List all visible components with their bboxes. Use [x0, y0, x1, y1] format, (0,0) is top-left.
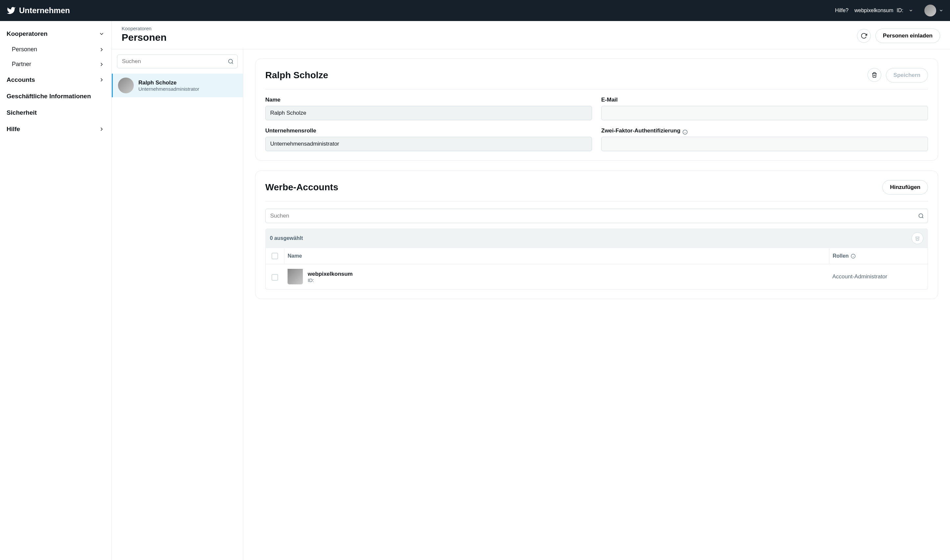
avatar	[924, 5, 936, 17]
save-button[interactable]: Speichern	[886, 68, 928, 83]
role-input[interactable]	[265, 137, 592, 151]
people-list-column: Ralph Scholze Unternehmensadministrator	[112, 49, 243, 560]
svg-point-0	[228, 59, 232, 63]
refresh-button[interactable]	[857, 29, 871, 43]
name-label: Name	[265, 97, 592, 103]
trash-icon	[915, 235, 920, 241]
search-icon	[228, 58, 234, 65]
td-roles: Account-Administrator	[829, 274, 928, 280]
sidebar-item-label: Accounts	[6, 76, 35, 83]
field-role: Unternehmensrolle	[265, 128, 592, 151]
app-header: Unternehmen Hilfe? webpixelkonsum ID:	[0, 0, 950, 21]
accounts-search-wrap	[265, 209, 928, 223]
breadcrumb: Kooperatoren	[122, 26, 167, 31]
card-header: Werbe-Accounts Hinzufügen	[265, 180, 928, 202]
sidebar-item-security[interactable]: Sicherheit	[0, 105, 111, 121]
sidebar-item-business-info[interactable]: Geschäftliche Informationen	[0, 88, 111, 105]
td-checkbox	[266, 273, 284, 281]
brand-title: Unternehmen	[19, 6, 70, 15]
th-roles-label: Rollen	[833, 253, 849, 259]
role-label: Unternehmensrolle	[265, 128, 592, 134]
refresh-icon	[861, 32, 867, 39]
name-input[interactable]	[265, 106, 592, 120]
twofa-label: Zwei-Faktor-Authentifizierung	[601, 128, 681, 134]
table-header: Name Rollen	[266, 248, 928, 264]
account-id-label: ID:	[308, 277, 353, 283]
layout: Kooperatoren Personen Partner Accounts G…	[0, 21, 950, 560]
account-selector[interactable]: webpixelkonsum ID:	[855, 8, 913, 14]
chevron-right-icon	[98, 61, 105, 68]
ad-accounts-title: Werbe-Accounts	[265, 182, 338, 192]
select-all-checkbox[interactable]	[271, 253, 278, 259]
chevron-right-icon	[98, 46, 105, 53]
avatar	[287, 269, 303, 285]
add-account-button[interactable]: Hinzufügen	[882, 180, 928, 195]
account-name: webpixelkonsum	[855, 8, 893, 14]
td-name: webpixelkonsum ID:	[284, 269, 829, 285]
chevron-right-icon	[98, 77, 105, 83]
field-email: E-Mail	[601, 97, 928, 120]
accounts-table: Name Rollen	[265, 248, 928, 289]
page-header-titles: Kooperatoren Personen	[122, 26, 167, 43]
sidebar-item-label: Hilfe	[6, 126, 20, 133]
person-list-item[interactable]: Ralph Scholze Unternehmensadministrator	[112, 74, 243, 97]
twitter-logo-icon	[6, 6, 16, 15]
field-name: Name	[265, 97, 592, 120]
trash-icon	[871, 72, 878, 78]
sidebar-item-label: Kooperatoren	[6, 30, 48, 37]
account-info: webpixelkonsum ID:	[308, 271, 353, 283]
sidebar-subitem-partner[interactable]: Partner	[0, 57, 111, 72]
people-search-input[interactable]	[117, 55, 238, 68]
chevron-down-icon	[98, 31, 105, 37]
ad-accounts-card: Werbe-Accounts Hinzufügen 0 ausgewählt	[255, 171, 938, 299]
row-checkbox[interactable]	[271, 274, 278, 281]
sidebar-item-accounts[interactable]: Accounts	[0, 72, 111, 88]
svg-line-6	[922, 217, 923, 218]
chevron-down-icon	[908, 8, 913, 13]
form-grid: Name E-Mail Unternehmensrolle	[265, 97, 928, 151]
field-twofa: Zwei-Faktor-Authentifizierung	[601, 128, 928, 151]
info-icon[interactable]	[851, 254, 856, 258]
selection-bar: 0 ausgewählt	[265, 228, 928, 248]
sidebar-item-label: Sicherheit	[6, 109, 37, 116]
chevron-right-icon	[98, 126, 105, 132]
accounts-search-input[interactable]	[265, 209, 928, 223]
account-id-label: ID:	[897, 8, 903, 14]
brand-area: Unternehmen	[6, 6, 70, 15]
th-roles: Rollen	[829, 248, 928, 263]
card-actions: Hinzufügen	[882, 180, 928, 195]
card-actions: Speichern	[867, 68, 928, 83]
delete-selected-button[interactable]	[912, 232, 923, 244]
th-checkbox	[266, 248, 284, 264]
person-role: Unternehmensadministrator	[139, 86, 199, 92]
delete-person-button[interactable]	[867, 68, 881, 82]
search-icon	[918, 213, 924, 219]
th-name: Name	[284, 248, 829, 263]
table-row[interactable]: webpixelkonsum ID: Account-Administrator	[266, 264, 928, 289]
page-title: Personen	[122, 32, 167, 43]
user-menu[interactable]	[924, 5, 944, 17]
sidebar-item-label: Personen	[12, 46, 37, 53]
email-label: E-Mail	[601, 97, 928, 103]
twofa-input[interactable]	[601, 137, 928, 151]
sidebar-subitem-personen[interactable]: Personen	[0, 42, 111, 57]
sidebar-item-kooperatoren[interactable]: Kooperatoren	[0, 26, 111, 42]
info-icon[interactable]	[682, 129, 688, 135]
main-area: Kooperatoren Personen Personen einladen	[112, 21, 950, 560]
person-name: Ralph Scholze	[139, 80, 199, 86]
page-header-actions: Personen einladen	[857, 29, 940, 43]
help-link[interactable]: Hilfe?	[835, 8, 848, 14]
account-name: webpixelkonsum	[308, 271, 353, 277]
svg-point-5	[919, 214, 923, 218]
sidebar: Kooperatoren Personen Partner Accounts G…	[0, 21, 112, 560]
card-header: Ralph Scholze Speichern	[265, 68, 928, 89]
invite-people-button[interactable]: Personen einladen	[875, 29, 940, 43]
detail-title: Ralph Scholze	[265, 70, 328, 80]
header-right: Hilfe? webpixelkonsum ID:	[835, 5, 944, 17]
page-header: Kooperatoren Personen Personen einladen	[112, 21, 950, 49]
content: Ralph Scholze Unternehmensadministrator …	[112, 49, 950, 560]
chevron-down-icon	[939, 8, 944, 13]
person-info: Ralph Scholze Unternehmensadministrator	[139, 80, 199, 92]
email-input[interactable]	[601, 106, 928, 120]
sidebar-item-help[interactable]: Hilfe	[0, 121, 111, 137]
